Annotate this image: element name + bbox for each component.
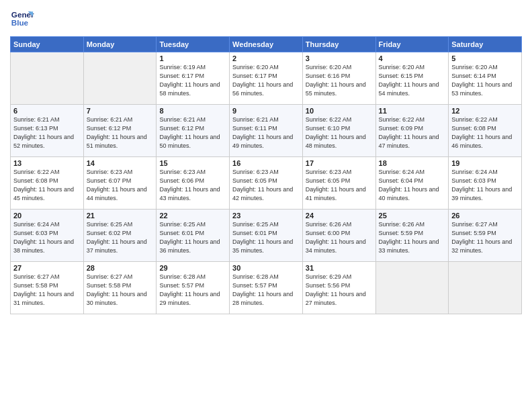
calendar-cell: 26Sunrise: 6:27 AM Sunset: 5:59 PM Dayli… (449, 210, 522, 262)
day-number: 20 (13, 212, 81, 220)
day-number: 17 (306, 159, 373, 167)
day-number: 11 (379, 107, 446, 115)
logo: General Blue (10, 7, 36, 31)
calendar-cell: 7Sunrise: 6:21 AM Sunset: 6:12 PM Daylig… (83, 105, 157, 157)
day-of-week-header: Friday (375, 37, 449, 52)
day-number: 1 (159, 54, 226, 62)
day-info: Sunrise: 6:29 AM Sunset: 5:56 PM Dayligh… (306, 273, 373, 308)
day-number: 23 (232, 212, 300, 220)
day-number: 7 (87, 107, 154, 115)
calendar-body: 1Sunrise: 6:19 AM Sunset: 6:17 PM Daylig… (11, 52, 522, 314)
day-info: Sunrise: 6:21 AM Sunset: 6:11 PM Dayligh… (232, 116, 300, 150)
calendar-cell: 14Sunrise: 6:23 AM Sunset: 6:07 PM Dayli… (83, 157, 157, 210)
calendar-cell: 12Sunrise: 6:22 AM Sunset: 6:08 PM Dayli… (449, 105, 522, 157)
day-info: Sunrise: 6:21 AM Sunset: 6:12 PM Dayligh… (87, 116, 154, 150)
day-number: 3 (306, 54, 373, 62)
day-info: Sunrise: 6:24 AM Sunset: 6:03 PM Dayligh… (451, 168, 519, 203)
calendar-cell (83, 52, 157, 105)
day-info: Sunrise: 6:21 AM Sunset: 6:12 PM Dayligh… (159, 116, 226, 150)
day-number: 10 (306, 107, 373, 115)
day-info: Sunrise: 6:25 AM Sunset: 6:02 PM Dayligh… (87, 220, 154, 255)
calendar-week-row: 13Sunrise: 6:22 AM Sunset: 6:08 PM Dayli… (11, 157, 522, 210)
calendar-cell: 21Sunrise: 6:25 AM Sunset: 6:02 PM Dayli… (83, 210, 157, 262)
day-of-week-header: Sunday (11, 37, 84, 52)
page: General Blue SundayMondayTuesdayWednesda… (0, 0, 532, 411)
day-number: 28 (87, 264, 154, 272)
calendar-cell: 22Sunrise: 6:25 AM Sunset: 6:01 PM Dayli… (157, 210, 230, 262)
calendar-week-row: 1Sunrise: 6:19 AM Sunset: 6:17 PM Daylig… (11, 52, 522, 105)
day-info: Sunrise: 6:20 AM Sunset: 6:14 PM Dayligh… (451, 63, 519, 98)
calendar-cell: 27Sunrise: 6:27 AM Sunset: 5:58 PM Dayli… (11, 262, 84, 314)
day-info: Sunrise: 6:21 AM Sunset: 6:13 PM Dayligh… (13, 116, 81, 150)
day-info: Sunrise: 6:27 AM Sunset: 5:58 PM Dayligh… (87, 273, 154, 308)
day-info: Sunrise: 6:28 AM Sunset: 5:57 PM Dayligh… (159, 273, 226, 308)
svg-text:Blue: Blue (11, 18, 29, 27)
calendar-cell: 19Sunrise: 6:24 AM Sunset: 6:03 PM Dayli… (449, 157, 522, 210)
day-info: Sunrise: 6:27 AM Sunset: 5:59 PM Dayligh… (451, 220, 519, 255)
day-info: Sunrise: 6:20 AM Sunset: 6:16 PM Dayligh… (306, 63, 373, 98)
day-info: Sunrise: 6:23 AM Sunset: 6:06 PM Dayligh… (159, 168, 226, 203)
day-number: 4 (379, 54, 446, 62)
calendar-week-row: 6Sunrise: 6:21 AM Sunset: 6:13 PM Daylig… (11, 105, 522, 157)
day-number: 19 (451, 159, 519, 167)
day-number: 27 (13, 264, 81, 272)
day-number: 24 (306, 212, 373, 220)
calendar-cell: 4Sunrise: 6:20 AM Sunset: 6:15 PM Daylig… (375, 52, 449, 105)
day-number: 31 (306, 264, 373, 272)
day-info: Sunrise: 6:24 AM Sunset: 6:04 PM Dayligh… (379, 168, 446, 203)
day-of-week-header: Tuesday (157, 37, 230, 52)
calendar-cell: 13Sunrise: 6:22 AM Sunset: 6:08 PM Dayli… (11, 157, 84, 210)
day-of-week-header: Wednesday (230, 37, 303, 52)
day-number: 25 (379, 212, 446, 220)
calendar-cell: 10Sunrise: 6:22 AM Sunset: 6:10 PM Dayli… (302, 105, 375, 157)
day-of-week-header: Saturday (449, 37, 522, 52)
day-number: 13 (13, 159, 81, 167)
day-info: Sunrise: 6:22 AM Sunset: 6:08 PM Dayligh… (451, 116, 519, 150)
calendar-cell: 28Sunrise: 6:27 AM Sunset: 5:58 PM Dayli… (83, 262, 157, 314)
day-info: Sunrise: 6:20 AM Sunset: 6:17 PM Dayligh… (232, 63, 300, 98)
calendar-cell: 11Sunrise: 6:22 AM Sunset: 6:09 PM Dayli… (375, 105, 449, 157)
calendar-cell: 15Sunrise: 6:23 AM Sunset: 6:06 PM Dayli… (157, 157, 230, 210)
day-info: Sunrise: 6:20 AM Sunset: 6:15 PM Dayligh… (379, 63, 446, 98)
day-number: 30 (232, 264, 300, 272)
day-number: 15 (159, 159, 226, 167)
day-info: Sunrise: 6:25 AM Sunset: 6:01 PM Dayligh… (159, 220, 226, 255)
day-number: 14 (87, 159, 154, 167)
day-number: 16 (232, 159, 300, 167)
day-of-week-header: Thursday (302, 37, 375, 52)
calendar-cell: 6Sunrise: 6:21 AM Sunset: 6:13 PM Daylig… (11, 105, 84, 157)
calendar-week-row: 20Sunrise: 6:24 AM Sunset: 6:03 PM Dayli… (11, 210, 522, 262)
day-of-week-header: Monday (83, 37, 157, 52)
day-info: Sunrise: 6:22 AM Sunset: 6:09 PM Dayligh… (379, 116, 446, 150)
day-number: 8 (159, 107, 226, 115)
day-number: 18 (379, 159, 446, 167)
calendar-cell: 25Sunrise: 6:26 AM Sunset: 5:59 PM Dayli… (375, 210, 449, 262)
day-number: 22 (159, 212, 226, 220)
day-info: Sunrise: 6:23 AM Sunset: 6:07 PM Dayligh… (87, 168, 154, 203)
day-of-week-row: SundayMondayTuesdayWednesdayThursdayFrid… (11, 37, 522, 52)
day-number: 26 (451, 212, 519, 220)
calendar-cell (11, 52, 84, 105)
day-number: 21 (87, 212, 154, 220)
calendar-cell: 2Sunrise: 6:20 AM Sunset: 6:17 PM Daylig… (230, 52, 303, 105)
calendar-cell: 1Sunrise: 6:19 AM Sunset: 6:17 PM Daylig… (157, 52, 230, 105)
header: General Blue (10, 7, 522, 31)
calendar-cell (375, 262, 449, 314)
calendar-cell: 17Sunrise: 6:23 AM Sunset: 6:05 PM Dayli… (302, 157, 375, 210)
generalblue-icon: General Blue (10, 7, 34, 31)
day-number: 9 (232, 107, 300, 115)
calendar-cell: 31Sunrise: 6:29 AM Sunset: 5:56 PM Dayli… (302, 262, 375, 314)
day-info: Sunrise: 6:23 AM Sunset: 6:05 PM Dayligh… (232, 168, 300, 203)
day-info: Sunrise: 6:24 AM Sunset: 6:03 PM Dayligh… (13, 220, 81, 255)
calendar-cell: 29Sunrise: 6:28 AM Sunset: 5:57 PM Dayli… (157, 262, 230, 314)
day-info: Sunrise: 6:27 AM Sunset: 5:58 PM Dayligh… (13, 273, 81, 308)
day-info: Sunrise: 6:19 AM Sunset: 6:17 PM Dayligh… (159, 63, 226, 98)
day-info: Sunrise: 6:25 AM Sunset: 6:01 PM Dayligh… (232, 220, 300, 255)
calendar-cell: 30Sunrise: 6:28 AM Sunset: 5:57 PM Dayli… (230, 262, 303, 314)
calendar-cell: 5Sunrise: 6:20 AM Sunset: 6:14 PM Daylig… (449, 52, 522, 105)
calendar-cell: 23Sunrise: 6:25 AM Sunset: 6:01 PM Dayli… (230, 210, 303, 262)
day-number: 2 (232, 54, 300, 62)
day-info: Sunrise: 6:22 AM Sunset: 6:08 PM Dayligh… (13, 168, 81, 203)
calendar-table: SundayMondayTuesdayWednesdayThursdayFrid… (10, 36, 522, 314)
calendar-cell: 16Sunrise: 6:23 AM Sunset: 6:05 PM Dayli… (230, 157, 303, 210)
